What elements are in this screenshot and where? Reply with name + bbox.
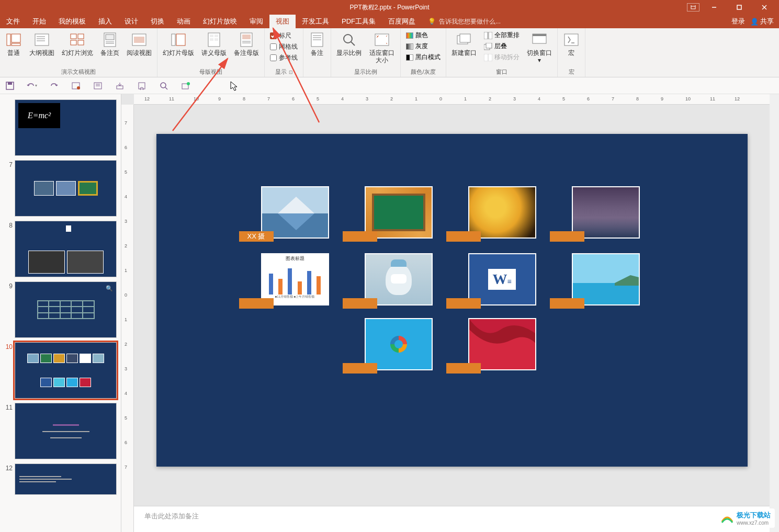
save-button[interactable] — [4, 80, 16, 92]
slide-thumbnails-panel[interactable]: E=mc² 7 8 9 🔍 — [0, 94, 121, 532]
notes-page-button[interactable]: 备注页 — [97, 29, 122, 59]
group-show: 标尺 网格线 参考线 显示 ⊡ — [265, 28, 303, 77]
slide-thumb-11[interactable] — [15, 403, 117, 459]
slide-num-7: 7 — [4, 160, 13, 217]
close-button[interactable] — [754, 0, 775, 15]
notes-button[interactable]: 备注 — [306, 29, 329, 59]
slide-image-label-5 — [343, 298, 377, 309]
notes-master-button[interactable]: 备注母版 — [231, 29, 262, 59]
qat-btn-9[interactable] — [180, 80, 191, 92]
tab-view[interactable]: 视图 — [269, 15, 296, 28]
outline-view-button[interactable]: 大纲视图 — [26, 29, 58, 59]
slide-image-8[interactable] — [365, 318, 433, 370]
slide-image-0[interactable]: XX 摄 — [261, 186, 329, 239]
canvas-area[interactable]: XX 摄图表标题■11月销售额 ■上年月销售额W≡ — [121, 105, 770, 506]
maximize-button[interactable] — [729, 0, 750, 15]
show-expand-icon[interactable]: ⊡ — [289, 70, 293, 75]
reading-view-button[interactable]: 阅读视图 — [123, 29, 155, 59]
horizontal-ruler[interactable]: 1211109876543210123456789101112 — [134, 94, 770, 105]
slide-thumb-6[interactable]: E=mc² — [15, 99, 117, 156]
new-window-button[interactable]: 新建窗口 — [448, 29, 480, 59]
tab-animations[interactable]: 动画 — [171, 15, 197, 28]
qat-btn-5[interactable] — [92, 80, 104, 92]
svg-rect-54 — [8, 82, 12, 85]
group-label-views: 演示文稿视图 — [2, 67, 155, 77]
tell-me-search[interactable]: 💡 告诉我您想要做什么... — [428, 15, 501, 28]
svg-rect-29 — [210, 38, 213, 41]
svg-rect-45 — [489, 32, 492, 39]
qat-btn-4[interactable] — [70, 80, 82, 92]
slide-thumb-7[interactable] — [15, 160, 117, 217]
qat-btn-6[interactable] — [114, 80, 126, 92]
tab-review[interactable]: 审阅 — [243, 15, 269, 28]
minimize-button[interactable] — [704, 0, 725, 15]
guides-checkbox[interactable]: 参考线 — [270, 53, 298, 62]
tab-design[interactable]: 设计 — [118, 15, 144, 28]
tab-mytemplates[interactable]: 我的模板 — [52, 15, 92, 28]
slide-thumb-9[interactable]: 🔍 — [15, 281, 117, 338]
slide-sorter-button[interactable]: 幻灯片浏览 — [59, 29, 96, 59]
normal-view-button[interactable]: 普通 — [2, 29, 25, 59]
slide-image-9[interactable] — [468, 318, 536, 370]
slide-image-5[interactable] — [365, 253, 433, 305]
tab-file[interactable]: 文件 — [0, 15, 26, 28]
switch-windows-button[interactable]: 切换窗口▾ — [524, 29, 555, 66]
fit-window-button[interactable]: 适应窗口大小 — [366, 29, 398, 66]
slide-thumb-10[interactable] — [15, 342, 117, 399]
tab-slideshow[interactable]: 幻灯片放映 — [197, 15, 243, 28]
slide-image-4[interactable]: 图表标题■11月销售额 ■上年月销售额 — [261, 253, 329, 305]
gridlines-checkbox[interactable]: 网格线 — [270, 42, 298, 51]
slide-image-label-0: XX 摄 — [239, 231, 274, 242]
tab-developer[interactable]: 开发工具 — [296, 15, 335, 28]
share-button[interactable]: 👤共享 — [750, 17, 774, 26]
slide-thumb-8[interactable] — [15, 221, 117, 277]
arrange-all-button[interactable]: 全部重排 — [483, 30, 521, 40]
notes-input[interactable]: 单击此处添加备注 — [134, 506, 770, 532]
slide-image-1[interactable] — [365, 186, 433, 239]
svg-rect-60 — [117, 86, 123, 89]
redo-button[interactable] — [48, 80, 60, 92]
undo-button[interactable]: ▾ — [26, 80, 38, 92]
slide-image-2[interactable] — [468, 186, 536, 239]
svg-rect-43 — [460, 34, 470, 42]
svg-rect-16 — [71, 40, 76, 45]
handout-master-button[interactable]: 讲义母版 — [198, 29, 230, 59]
qat-btn-7[interactable] — [136, 80, 148, 92]
slide-editor: 1211109876543210123456789101112 76543210… — [121, 94, 770, 532]
slide-image-6[interactable]: W≡ — [468, 253, 536, 305]
tab-baidupan[interactable]: 百度网盘 — [382, 15, 422, 28]
cascade-button[interactable]: 层叠 — [483, 41, 521, 51]
login-link[interactable]: 登录 — [731, 17, 745, 26]
slide-image-label-9 — [446, 363, 481, 373]
ruler-checkbox[interactable]: 标尺 — [270, 31, 298, 40]
grayscale-button[interactable]: 灰度 — [405, 41, 442, 51]
blackwhite-button[interactable]: 黑白模式 — [405, 52, 442, 62]
tab-pdftools[interactable]: PDF工具集 — [335, 15, 382, 28]
ribbon-display-btn[interactable] — [687, 3, 699, 12]
slide-master-button[interactable]: 幻灯片母版 — [160, 29, 197, 59]
svg-line-64 — [165, 87, 167, 89]
svg-rect-15 — [78, 34, 84, 39]
group-presentation-views: 普通 大纲视图 幻灯片浏览 备注页 阅读视图 演示文稿视图 — [0, 28, 157, 77]
quick-access-toolbar: ▾ — [0, 77, 779, 94]
slide-image-3[interactable] — [572, 186, 640, 239]
tell-me-label: 告诉我您想要做什么... — [439, 17, 501, 26]
svg-rect-47 — [486, 43, 492, 48]
tab-insert[interactable]: 插入 — [92, 15, 118, 28]
svg-rect-8 — [12, 34, 20, 42]
svg-rect-52 — [565, 34, 578, 46]
move-split-button[interactable]: 移动拆分 — [483, 52, 521, 62]
slide-num-11: 11 — [4, 403, 13, 459]
vertical-scrollbar[interactable] — [770, 94, 779, 532]
slide-thumb-12[interactable] — [15, 463, 117, 495]
color-button[interactable]: 颜色 — [405, 30, 442, 40]
svg-rect-28 — [214, 35, 218, 37]
slide-image-7[interactable] — [572, 253, 640, 305]
qat-btn-8[interactable] — [158, 80, 170, 92]
tab-home[interactable]: 开始 — [26, 15, 52, 28]
zoom-button[interactable]: 显示比例 — [333, 29, 365, 59]
tab-transitions[interactable]: 切换 — [144, 15, 171, 28]
magnify-icon: 🔍 — [106, 285, 113, 292]
slide-canvas[interactable]: XX 摄图表标题■11月销售额 ■上年月销售额W≡ — [156, 134, 748, 467]
macros-button[interactable]: 宏 — [560, 29, 583, 59]
